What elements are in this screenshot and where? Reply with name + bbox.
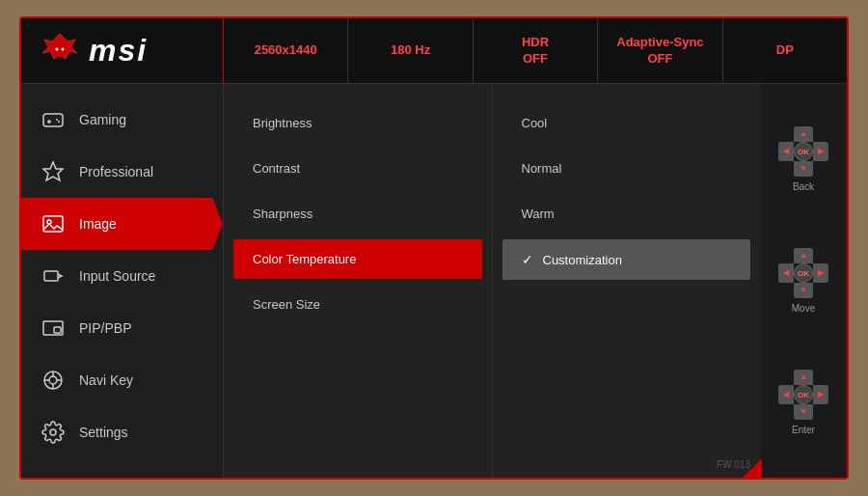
sidebar-item-settings[interactable]: Settings [21, 406, 223, 458]
sidebar-item-professional[interactable]: Professional [21, 146, 223, 198]
menu-item-screen-size[interactable]: Screen Size [233, 285, 482, 324]
menu-item-sharpness[interactable]: Sharpness [233, 194, 482, 234]
menu-item-brightness[interactable]: Brightness [233, 103, 482, 143]
sidebar-item-navi-key-label: Navi Key [79, 372, 133, 388]
back-control[interactable]: ▲ ◀ OK ▶ ▼ Back [778, 126, 828, 192]
svg-point-8 [58, 121, 60, 123]
sidebar: Gaming Professional Imag [21, 84, 224, 478]
msi-dragon-icon [41, 32, 79, 70]
back-dpad[interactable]: ▲ ◀ OK ▶ ▼ [778, 126, 828, 177]
move-dpad[interactable]: ▲ ◀ OK ▶ ▼ [778, 248, 828, 298]
dpad-ok-enter[interactable]: OK [794, 385, 813, 404]
header-stats: 2560x1440 180 Hz HDROFF Adaptive-SyncOFF… [224, 18, 847, 83]
dpad-right-back[interactable]: ▶ [813, 142, 828, 161]
sidebar-item-image[interactable]: Image [21, 198, 223, 250]
svg-marker-9 [43, 162, 63, 180]
sidebar-item-pip-pbp-label: PIP/PBP [79, 320, 131, 336]
center-menu: Brightness Contrast Sharpness Color Temp… [224, 84, 493, 478]
dpad-left-back[interactable]: ◀ [778, 142, 794, 161]
svg-point-7 [56, 119, 58, 121]
svg-point-2 [56, 47, 59, 50]
logo-area: msi [21, 18, 224, 83]
dpad-down-enter[interactable]: ▼ [794, 404, 813, 420]
settings-icon [41, 420, 66, 445]
option-customization[interactable]: ✓ Customization [502, 239, 751, 280]
option-cool[interactable]: Cool [502, 103, 751, 143]
menu-item-color-temperature[interactable]: Color Temperature [233, 239, 482, 279]
brand-name: msi [89, 33, 148, 69]
back-label: Back [793, 181, 814, 192]
dpad-left-enter[interactable]: ◀ [778, 385, 794, 404]
checkmark-icon: ✓ [522, 252, 533, 267]
monitor-frame: msi 2560x1440 180 Hz HDROFF Adaptive-Syn… [19, 16, 849, 480]
sidebar-item-gaming[interactable]: Gaming [21, 94, 223, 146]
dpad-down-back[interactable]: ▼ [794, 161, 813, 177]
svg-point-3 [62, 47, 65, 50]
sidebar-item-input-source[interactable]: Input Source [21, 250, 223, 302]
menu-item-contrast[interactable]: Contrast [233, 149, 482, 188]
controls-panel: ▲ ◀ OK ▶ ▼ Back ▲ ◀ OK [760, 84, 847, 478]
dp-stat: DP [723, 18, 847, 83]
move-label: Move [792, 303, 815, 314]
svg-rect-14 [54, 327, 61, 333]
svg-rect-12 [44, 271, 58, 281]
enter-control[interactable]: ▲ ◀ OK ▶ ▼ Enter [778, 370, 828, 435]
svg-point-16 [49, 376, 57, 384]
main-content: Gaming Professional Imag [21, 84, 847, 478]
sidebar-item-image-label: Image [79, 216, 117, 232]
dpad-ok-back[interactable]: OK [794, 142, 813, 161]
dpad-up-move[interactable]: ▲ [794, 248, 813, 263]
sidebar-item-pip-pbp[interactable]: PIP/PBP [21, 302, 223, 354]
dpad-right-move[interactable]: ▶ [813, 263, 828, 283]
svg-point-1 [54, 45, 66, 57]
dpad-right-enter[interactable]: ▶ [813, 385, 828, 404]
dpad-left-move[interactable]: ◀ [778, 263, 794, 283]
dpad-up-enter[interactable]: ▲ [794, 370, 813, 385]
corner-decoration [743, 458, 762, 478]
sidebar-item-gaming-label: Gaming [79, 112, 126, 127]
enter-dpad[interactable]: ▲ ◀ OK ▶ ▼ [778, 370, 828, 420]
sidebar-item-professional-label: Professional [79, 164, 153, 179]
refresh-rate-stat: 180 Hz [348, 18, 473, 83]
sidebar-item-navi-key[interactable]: Navi Key [21, 354, 223, 406]
option-warm[interactable]: Warm [502, 194, 751, 234]
pip-pbp-icon [41, 316, 66, 341]
input-source-icon [41, 263, 66, 289]
image-icon [41, 211, 66, 236]
option-normal[interactable]: Normal [502, 149, 751, 188]
professional-icon [41, 159, 66, 184]
right-options: Cool Normal Warm ✓ Customization [493, 84, 761, 478]
sidebar-item-input-source-label: Input Source [79, 268, 155, 284]
dpad-down-move[interactable]: ▼ [794, 283, 813, 298]
sidebar-item-settings-label: Settings [79, 425, 128, 440]
gaming-icon [41, 107, 66, 132]
svg-rect-10 [43, 216, 63, 232]
dpad-ok-move[interactable]: OK [794, 263, 813, 283]
resolution-stat: 2560x1440 [224, 18, 348, 83]
header-bar: msi 2560x1440 180 Hz HDROFF Adaptive-Syn… [21, 18, 847, 84]
hdr-stat: HDROFF [474, 18, 598, 83]
svg-rect-4 [43, 114, 63, 126]
adaptive-sync-stat: Adaptive-SyncOFF [598, 18, 722, 83]
move-control[interactable]: ▲ ◀ OK ▶ ▼ Move [778, 248, 828, 314]
enter-label: Enter [792, 425, 815, 435]
dpad-up-back[interactable]: ▲ [794, 126, 813, 142]
svg-point-21 [50, 429, 56, 435]
navi-key-icon [41, 368, 66, 393]
